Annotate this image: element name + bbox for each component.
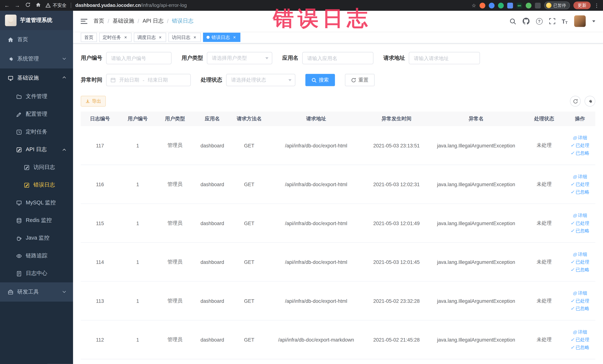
table-body: 117 1 管理员 dashboard GET /api/infra/db-do… — [81, 126, 595, 359]
close-icon[interactable] — [192, 35, 197, 40]
user-type-select[interactable]: 请选择用户类型 — [207, 52, 272, 64]
help-icon[interactable] — [536, 18, 542, 24]
extension-icon-5[interactable] — [526, 2, 532, 8]
app-name-input[interactable] — [302, 52, 373, 64]
cell-exception-name: java.lang.IllegalArgumentException — [428, 282, 524, 320]
chevron-down-icon — [289, 79, 291, 81]
sidebar-item-log-center[interactable]: 日志中心 — [0, 265, 73, 282]
tab-home[interactable]: 首页 — [81, 33, 97, 42]
tab-access-log[interactable]: 访问日志 — [169, 33, 201, 42]
request-url-label: 请求地址 — [383, 55, 405, 61]
hamburger-icon[interactable] — [81, 19, 87, 24]
cell-exception-time: 2021-05-03 12:01:45 — [365, 243, 428, 281]
breadcrumb-api-log[interactable]: API 日志 — [142, 18, 163, 24]
tab-dispatch-log[interactable]: 调度日志 — [134, 33, 166, 42]
check-icon — [570, 150, 574, 156]
main-area: 首页 / 基础设施 / API 日志 / 错误日志 — [73, 11, 603, 364]
process-status-select[interactable]: 请选择处理状态 — [226, 74, 295, 86]
avatar-dropdown-caret-icon[interactable] — [592, 20, 595, 22]
breadcrumb-separator: / — [138, 18, 139, 24]
date-range-picker[interactable]: 开始日期 - 结束日期 — [106, 74, 191, 86]
detail-link[interactable]: 详细 — [573, 290, 587, 296]
detail-link[interactable]: 详细 — [573, 212, 587, 219]
extension-icon-3[interactable] — [498, 2, 504, 8]
bookmark-star-icon[interactable]: ☆ — [472, 2, 476, 8]
reload-icon[interactable] — [25, 2, 31, 8]
breadcrumb-infra[interactable]: 基础设施 — [113, 18, 134, 24]
extension-icon-1[interactable] — [480, 2, 485, 8]
sidebar-item-error-log[interactable]: 错误日志 — [0, 176, 73, 194]
extension-icon-4[interactable] — [507, 2, 513, 8]
sidebar-item-infra[interactable]: 基础设施 — [0, 69, 73, 88]
mark-ignored-link[interactable]: 已忽略 — [570, 227, 590, 234]
user-id-input[interactable] — [106, 52, 172, 64]
tab-error-log[interactable]: 错误日志 — [203, 33, 240, 42]
close-icon[interactable] — [158, 35, 163, 40]
sidebar-item-dev-tools[interactable]: 研发工具 — [0, 282, 73, 302]
mark-ignored-link[interactable]: 已忽略 — [570, 150, 590, 156]
reset-button[interactable]: 重置 — [345, 74, 375, 86]
back-icon[interactable]: ← — [4, 2, 10, 8]
database-icon — [16, 218, 22, 223]
github-icon[interactable] — [522, 18, 529, 24]
mark-ignored-link[interactable]: 已忽略 — [570, 344, 590, 351]
extension-icon-6[interactable] — [535, 2, 541, 8]
fullscreen-icon[interactable] — [549, 18, 555, 24]
cell-log-id: 112 — [81, 320, 119, 359]
search-button[interactable]: 搜索 — [305, 74, 335, 86]
address-bar[interactable]: dashboard.yudao.iocoder.cn/infra/log/api… — [75, 3, 187, 8]
detail-link[interactable]: 详细 — [573, 329, 587, 335]
forward-icon[interactable]: → — [14, 2, 20, 8]
breadcrumb-home[interactable]: 首页 — [93, 18, 104, 24]
mark-processed-link[interactable]: 已处理 — [570, 142, 590, 149]
font-size-icon[interactable] — [562, 18, 568, 24]
sidebar-item-api-log[interactable]: API 日志 — [0, 141, 73, 158]
browser-update-button[interactable]: 更新 — [573, 1, 591, 9]
close-icon[interactable] — [232, 35, 237, 40]
paused-label: 已暂停 — [553, 2, 566, 8]
sidebar-item-java-monitor[interactable]: Java 监控 — [0, 229, 73, 247]
cell-app-name: dashboard — [194, 282, 231, 320]
mark-processed-link[interactable]: 已处理 — [570, 336, 590, 343]
detail-link[interactable]: 详细 — [573, 134, 587, 141]
extension-icon-2[interactable] — [489, 2, 495, 8]
profile-paused-chip[interactable]: 已暂停 — [544, 1, 570, 9]
sidebar-item-file-manage[interactable]: 文件管理 — [0, 88, 73, 105]
mark-processed-link[interactable]: 已处理 — [570, 181, 590, 188]
sidebar: 芋道管理系统 首页 系统管理 基础设施 — [0, 11, 73, 364]
table-row: 112 1 管理员 dashboard GET /api/infra/db-do… — [81, 320, 595, 359]
sidebar-item-trace[interactable]: 链路追踪 — [0, 247, 73, 265]
mark-processed-link[interactable]: 已处理 — [570, 259, 590, 265]
column-header: 操作 — [565, 112, 595, 126]
table-header: 日志编号 用户编号 用户类型 应用名 请求方法名 请求地址 异常发生时间 异常名… — [81, 112, 595, 126]
mark-ignored-link[interactable]: 已忽略 — [570, 267, 590, 273]
column-settings-button[interactable] — [584, 96, 595, 107]
app-logo[interactable]: 芋道管理系统 — [0, 11, 73, 30]
close-icon[interactable] — [123, 35, 128, 40]
column-header: 异常发生时间 — [365, 112, 428, 126]
user-avatar[interactable] — [574, 15, 586, 27]
sidebar-item-access-log[interactable]: 访问日志 — [0, 159, 73, 176]
search-icon[interactable] — [509, 18, 516, 24]
mark-ignored-link[interactable]: 已忽略 — [570, 305, 590, 312]
sidebar-item-mysql-monitor[interactable]: MySQL 监控 — [0, 194, 73, 211]
browser-menu-icon[interactable]: ⋮ — [594, 2, 599, 8]
extension-on-badge[interactable]: on — [516, 2, 522, 8]
sidebar-item-system[interactable]: 系统管理 — [0, 49, 73, 69]
request-url-input[interactable] — [409, 52, 480, 64]
mark-processed-link[interactable]: 已处理 — [570, 220, 590, 226]
sidebar-item-config-manage[interactable]: 配置管理 — [0, 105, 73, 123]
tab-scheduled-job[interactable]: 定时任务 — [99, 33, 131, 42]
filter-request-url: 请求地址 — [383, 52, 480, 64]
detail-link[interactable]: 详细 — [573, 173, 587, 180]
export-button[interactable]: 导出 — [81, 96, 106, 107]
sidebar-item-redis-monitor[interactable]: Redis 监控 — [0, 211, 73, 229]
sidebar-item-home[interactable]: 首页 — [0, 30, 73, 49]
refresh-button[interactable] — [570, 96, 581, 107]
mark-processed-link[interactable]: 已处理 — [570, 298, 590, 304]
home-icon[interactable] — [35, 2, 41, 8]
site-security-indicator[interactable]: 不安全 — [46, 2, 67, 9]
detail-link[interactable]: 详细 — [573, 251, 587, 258]
sidebar-item-scheduled-job[interactable]: 定时任务 — [0, 123, 73, 141]
mark-ignored-link[interactable]: 已忽略 — [570, 189, 590, 195]
